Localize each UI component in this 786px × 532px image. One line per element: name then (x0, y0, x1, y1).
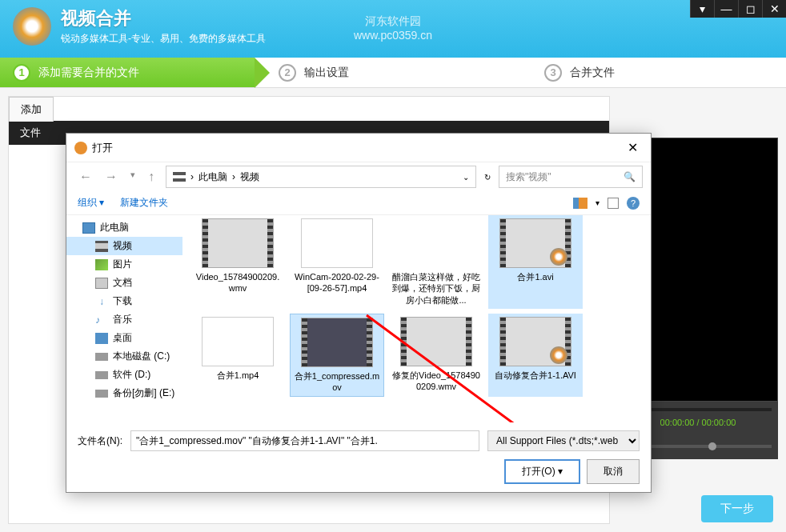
file-item[interactable]: 合并1.avi (488, 215, 583, 309)
breadcrumb-item[interactable]: 视频 (240, 170, 259, 184)
nav-back-button[interactable]: ← (74, 168, 97, 186)
refresh-button[interactable]: ↻ (483, 171, 492, 183)
file-item[interactable]: Video_15784900209.wmv (190, 215, 285, 309)
file-type-filter[interactable]: All Support Files (*.dts;*.web (487, 430, 640, 451)
nav-up-button[interactable]: ↑ (143, 168, 159, 186)
file-item[interactable]: 合并1.mp4 (190, 314, 285, 398)
step-merge[interactable]: 3 合并文件 (520, 58, 786, 87)
next-button[interactable]: 下一步 (701, 495, 773, 522)
file-item[interactable]: WinCam-2020-02-29-[09-26-57].mp4 (290, 215, 384, 309)
watermark: 河东软件园 www.pc0359.cn (354, 14, 432, 38)
sidebar-item-music[interactable]: ♪音乐 (66, 310, 182, 329)
step-output-settings[interactable]: 2 输出设置 (255, 58, 520, 87)
app-title: 视频合并 (61, 6, 266, 30)
breadcrumb-bar[interactable]: › 此电脑 › 视频 ⌄ (166, 166, 476, 188)
sidebar-item-this-pc[interactable]: 此电脑 (66, 218, 182, 237)
file-item[interactable]: 醋溜白菜这样做，好吃到爆，还特别下饭，厨房小白都能做... (389, 215, 483, 309)
view-mode-button[interactable] (573, 198, 587, 209)
drive-icon (173, 172, 186, 182)
volume-slider[interactable] (644, 445, 772, 448)
media-badge-icon (550, 248, 567, 266)
sidebar-item-documents[interactable]: 文档 (66, 274, 182, 292)
minimize-button[interactable]: — (714, 0, 738, 18)
sidebar-item-videos[interactable]: 视频 (66, 237, 182, 255)
sidebar-item-disk-d[interactable]: 软件 (D:) (66, 366, 182, 384)
file-item[interactable]: 自动修复合并1-1.AVI (488, 314, 583, 398)
maximize-button[interactable]: ◻ (738, 0, 762, 18)
breadcrumb-dropdown[interactable]: ⌄ (463, 173, 469, 182)
file-list: Video_15784900209.wmv WinCam-2020-02-29-… (182, 215, 651, 422)
wizard-steps: 1 添加需要合并的文件 2 输出设置 3 合并文件 (0, 58, 786, 88)
filename-input[interactable] (130, 430, 479, 451)
view-dropdown[interactable]: ▾ (596, 198, 600, 207)
nav-history-dropdown[interactable]: ▾ (126, 168, 140, 186)
sidebar-item-disk-e[interactable]: 备份[勿删] (E:) (66, 384, 182, 402)
step-add-files[interactable]: 1 添加需要合并的文件 (0, 58, 255, 87)
cancel-button[interactable]: 取消 (587, 459, 640, 484)
app-header: 视频合并 锐动多媒体工具-专业、易用、免费的多媒体工具 河东软件园 www.pc… (0, 0, 786, 58)
breadcrumb-item[interactable]: 此电脑 (199, 170, 227, 184)
app-logo-icon (13, 7, 51, 46)
new-folder-button[interactable]: 新建文件夹 (120, 196, 168, 210)
file-item[interactable]: 合并1_compressed.mov (290, 314, 384, 398)
filename-label: 文件名(N): (78, 434, 122, 448)
minimize-to-tray-button[interactable]: ▾ (690, 0, 714, 18)
sidebar-item-disk-c[interactable]: 本地磁盘 (C:) (66, 347, 182, 366)
organize-menu[interactable]: 组织 ▾ (78, 196, 104, 210)
dialog-title: 打开 (92, 141, 113, 155)
dialog-close-button[interactable]: ✕ (623, 140, 643, 155)
search-input[interactable]: 搜索"视频" 🔍 (499, 166, 643, 188)
dialog-icon (74, 142, 87, 154)
sidebar-item-downloads[interactable]: ↓下载 (66, 292, 182, 310)
search-icon: 🔍 (624, 171, 636, 182)
app-subtitle: 锐动多媒体工具-专业、易用、免费的多媒体工具 (61, 32, 266, 46)
media-badge-icon (550, 346, 567, 364)
sidebar-item-pictures[interactable]: 图片 (66, 255, 182, 274)
help-button[interactable]: ? (627, 197, 640, 210)
open-button[interactable]: 打开(O) ▾ (504, 459, 580, 484)
sidebar-item-desktop[interactable]: 桌面 (66, 329, 182, 347)
file-open-dialog: 打开 ✕ ← → ▾ ↑ › 此电脑 › 视频 ⌄ ↻ 搜索"视频" 🔍 组织 … (66, 133, 652, 493)
preview-pane-button[interactable] (608, 198, 619, 209)
add-tab[interactable]: 添加 (9, 97, 54, 122)
close-button[interactable]: ✕ (762, 0, 786, 18)
folder-tree: 此电脑 视频 图片 文档 ↓下载 ♪音乐 桌面 本地磁盘 (C:) 软件 (D:… (66, 215, 182, 422)
file-item[interactable]: 修复的Video_15784900209.wmv (389, 314, 483, 398)
nav-forward-button[interactable]: → (100, 168, 122, 186)
